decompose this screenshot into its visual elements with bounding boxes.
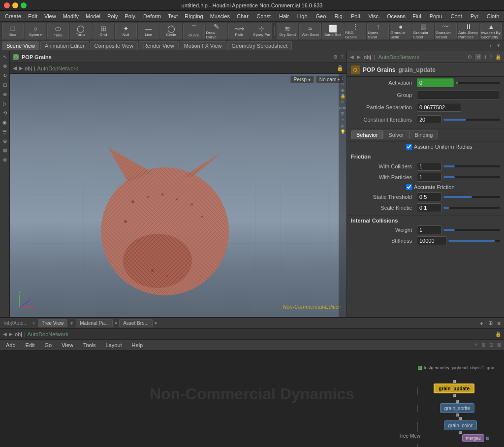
props-nav-back[interactable]: ◀ xyxy=(350,54,354,60)
with-colliders-slider[interactable] xyxy=(443,165,500,167)
constraint-iter-input[interactable] xyxy=(417,115,441,124)
constraint-iter-slider[interactable] xyxy=(443,119,500,121)
tab-render-view[interactable]: Render View xyxy=(139,41,179,50)
tool-circle[interactable]: ◯Circle xyxy=(160,23,182,39)
vp-right-2[interactable]: ⟳ xyxy=(341,82,345,87)
tool-torus[interactable]: ◯Torus xyxy=(70,23,92,39)
node-pop-sprite[interactable]: grain_sprite xyxy=(440,400,474,416)
net-tab-asset[interactable]: Asset Bro... xyxy=(119,319,153,327)
tab-binding[interactable]: Binding xyxy=(410,130,439,139)
tool-rbd[interactable]: ⋮RBD Grains xyxy=(345,23,366,39)
node-grain-update[interactable]: grain_update xyxy=(434,380,474,397)
tab-geometry-spreadsheet[interactable]: Geometry Spreadsheet xyxy=(227,41,292,50)
tool-grid[interactable]: ⊞Grid xyxy=(93,23,114,39)
net-menu-tools[interactable]: Tools xyxy=(80,342,99,349)
sidebar-icon7[interactable]: ⊗ xyxy=(0,155,9,164)
group-input[interactable] xyxy=(417,91,500,99)
tool-curve[interactable]: ⌒Curve xyxy=(183,23,205,39)
vp-right-7[interactable]: ⊞ xyxy=(341,111,345,116)
menu-poli[interactable]: Poli. xyxy=(348,12,364,20)
sidebar-handle[interactable]: ⊕ xyxy=(0,90,9,98)
menu-const[interactable]: Const. xyxy=(253,12,275,20)
node-grain-color-box[interactable]: grain_color xyxy=(444,420,477,430)
menu-cont[interactable]: Cont. xyxy=(447,12,466,20)
viewport-lock[interactable]: 🔒 xyxy=(337,65,344,71)
scale-kinetic-input[interactable] xyxy=(417,203,441,212)
activation-slider[interactable] xyxy=(456,82,500,84)
tool-tube[interactable]: ⬭Tube xyxy=(47,23,69,39)
menu-poly[interactable]: Poly xyxy=(104,12,121,20)
static-threshold-slider[interactable] xyxy=(443,196,500,198)
menu-prim[interactable]: Poly. xyxy=(122,12,139,20)
node-testgeometry[interactable]: testgeometry_pighead_object1_grai xyxy=(418,365,494,370)
menu-visc[interactable]: Visc. xyxy=(365,12,383,20)
net-menu-go[interactable]: Go xyxy=(42,342,55,349)
path-back[interactable]: ◀ xyxy=(13,65,17,71)
net-tab-options[interactable]: ⊞ xyxy=(487,320,494,326)
props-lock[interactable]: 🔒 xyxy=(495,54,501,60)
node-merge2-area[interactable]: merge2 xyxy=(462,434,489,442)
net-view-detail[interactable]: ⊟ xyxy=(489,342,493,348)
tool-auto-sleep[interactable]: ⏸Auto-Sleep Particles xyxy=(458,23,479,39)
sidebar-icon1[interactable]: ▷ xyxy=(0,99,9,108)
network-canvas[interactable]: Non-Commercial Dynamics testgeometry_pig… xyxy=(0,351,504,447)
menu-char[interactable]: Char. xyxy=(234,12,252,20)
vp-right-1[interactable]: ↕ xyxy=(342,76,344,81)
sidebar-icon4[interactable]: ☰ xyxy=(0,127,9,136)
net-tab-tree[interactable]: Tree View xyxy=(38,319,67,327)
tool-wet-sand[interactable]: ≈Wet Sand xyxy=(299,23,321,39)
net-menu-view[interactable]: View xyxy=(59,342,76,349)
stiffness-input[interactable] xyxy=(417,236,446,245)
tool-granular-solid[interactable]: ●Granular Solid xyxy=(390,23,411,39)
sidebar-scale[interactable]: ⊡ xyxy=(0,80,9,89)
sidebar-select[interactable]: ↖ xyxy=(0,52,9,61)
weight-slider[interactable] xyxy=(443,229,500,231)
tool-sand-box[interactable]: ⬜Sand Box xyxy=(322,23,344,39)
sidebar-move[interactable]: ✥ xyxy=(0,62,9,70)
menu-rig[interactable]: Rig. xyxy=(331,12,347,20)
tab-menu[interactable]: ▾ xyxy=(495,42,502,49)
persp-button[interactable]: Persp ▾ xyxy=(290,76,314,83)
scale-kinetic-slider[interactable] xyxy=(443,207,500,209)
tool-line[interactable]: —Line xyxy=(138,23,159,39)
with-colliders-input[interactable] xyxy=(417,162,441,171)
menu-oceans[interactable]: Oceans xyxy=(384,12,409,20)
static-threshold-input[interactable] xyxy=(417,192,441,201)
net-menu-add[interactable]: Add xyxy=(3,342,19,349)
sidebar-rotate[interactable]: ↻ xyxy=(0,71,9,80)
tab-add[interactable]: + xyxy=(487,43,494,49)
menu-flui[interactable]: Flui. xyxy=(410,12,426,20)
activation-bar[interactable]: 0 xyxy=(417,78,454,87)
menu-modify[interactable]: Modify xyxy=(60,12,82,20)
menu-rigging[interactable]: Rigging xyxy=(182,12,206,20)
menu-hair[interactable]: Hair. xyxy=(276,12,293,20)
assume-uniform-checkbox[interactable] xyxy=(406,144,412,150)
menu-pyr[interactable]: Pyr. xyxy=(468,12,483,20)
net-nav-fwd[interactable]: ▶ xyxy=(9,331,13,337)
tab-composite-view[interactable]: Composite View xyxy=(90,41,138,50)
props-info[interactable]: ℹ xyxy=(484,54,486,60)
vp-right-4[interactable]: 🔒 xyxy=(340,94,346,98)
tab-motion-fx[interactable]: Motion FX View xyxy=(180,41,226,50)
menu-popu[interactable]: Popu. xyxy=(427,12,447,20)
net-tab-options2[interactable]: ≡ xyxy=(496,320,502,326)
menu-view[interactable]: View xyxy=(41,12,59,20)
particle-sep-input[interactable] xyxy=(417,103,461,112)
viewport-config[interactable]: ⚙ xyxy=(333,54,338,60)
net-lock[interactable]: 🔒 xyxy=(495,331,501,337)
sidebar-icon2[interactable]: ⟲ xyxy=(0,108,9,117)
tab-solver[interactable]: Solver xyxy=(383,130,409,139)
tool-awaken[interactable]: ▲Awaken By Geometry xyxy=(480,23,502,39)
tool-path[interactable]: ⟿Path xyxy=(228,23,250,39)
with-particles-slider[interactable] xyxy=(443,176,500,178)
weight-input[interactable] xyxy=(417,225,441,234)
tool-draw-curve[interactable]: ✎Draw Curve xyxy=(206,23,227,39)
props-help[interactable]: ? xyxy=(489,54,492,60)
props-gear[interactable]: ⚙ xyxy=(468,54,472,60)
tab-scene-view[interactable]: Scene View xyxy=(2,41,39,50)
maximize-button[interactable] xyxy=(21,2,27,8)
net-view-list[interactable]: ≡ xyxy=(474,342,477,348)
net-menu-layout[interactable]: Layout xyxy=(103,342,125,349)
tool-null[interactable]: ✦Null xyxy=(115,23,137,39)
tool-granular-sheet[interactable]: ▦Granular Sheet xyxy=(412,23,434,39)
